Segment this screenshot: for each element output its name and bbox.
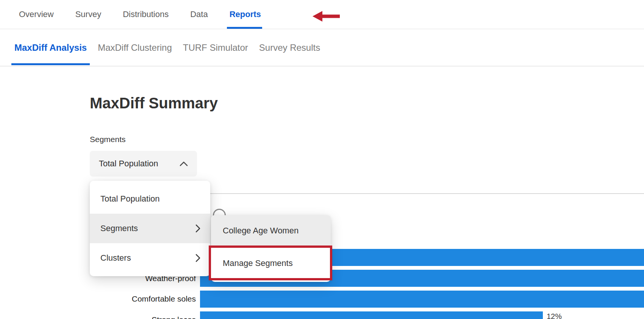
tab-data[interactable]: Data [190, 0, 208, 29]
segments-label: Segments [90, 135, 126, 144]
active-subtab-underline [11, 63, 90, 65]
chevron-up-icon [180, 161, 188, 166]
menu-item-clusters[interactable]: Clusters [90, 243, 210, 273]
page-title: MaxDiff Summary [90, 95, 218, 112]
menu-item-total-population[interactable]: Total Population [90, 184, 210, 214]
tab-survey[interactable]: Survey [75, 0, 101, 29]
segment-selector-button[interactable]: Total Population [90, 151, 197, 177]
chevron-right-icon [195, 224, 200, 233]
active-tab-underline [227, 27, 262, 29]
tab-reports-label: Reports [230, 9, 261, 19]
chevron-right-icon [195, 254, 200, 262]
bar-row-4 [200, 311, 543, 319]
bar-value-label: 12% [547, 312, 562, 319]
subtab-maxdiff-clustering[interactable]: MaxDiff Clustering [98, 29, 172, 66]
tab-reports[interactable]: Reports [230, 0, 261, 29]
segment-dropdown-menu: Total Population Segments Clusters [90, 181, 210, 276]
tab-overview[interactable]: Overview [19, 0, 54, 29]
subtab-maxdiff-analysis-label: MaxDiff Analysis [14, 42, 87, 53]
tab-distributions[interactable]: Distributions [123, 0, 169, 29]
subtab-survey-results[interactable]: Survey Results [259, 29, 320, 66]
annotation-arrow-icon [312, 10, 340, 23]
menu-item-segments[interactable]: Segments [90, 214, 210, 243]
bar-label-strong-laces: Strong laces [90, 315, 196, 319]
app-screen: Overview Survey Distributions Data Repor… [0, 0, 644, 319]
menu-item-label: Total Population [100, 194, 160, 204]
submenu-item-college-age-women[interactable]: College Age Women [211, 215, 331, 246]
bar-label-comfortable-soles: Comfortable soles [90, 294, 196, 303]
annotation-box [209, 246, 332, 280]
menu-item-label: Clusters [100, 253, 131, 263]
segment-selector-value: Total Population [99, 159, 158, 169]
report-sub-nav: MaxDiff Analysis MaxDiff Clustering TURF… [0, 29, 644, 66]
menu-item-label: Segments [100, 224, 138, 233]
bar-row-3 [200, 291, 644, 308]
subtab-maxdiff-analysis[interactable]: MaxDiff Analysis [14, 29, 87, 66]
subtab-turf-simulator[interactable]: TURF Simulator [183, 29, 248, 66]
